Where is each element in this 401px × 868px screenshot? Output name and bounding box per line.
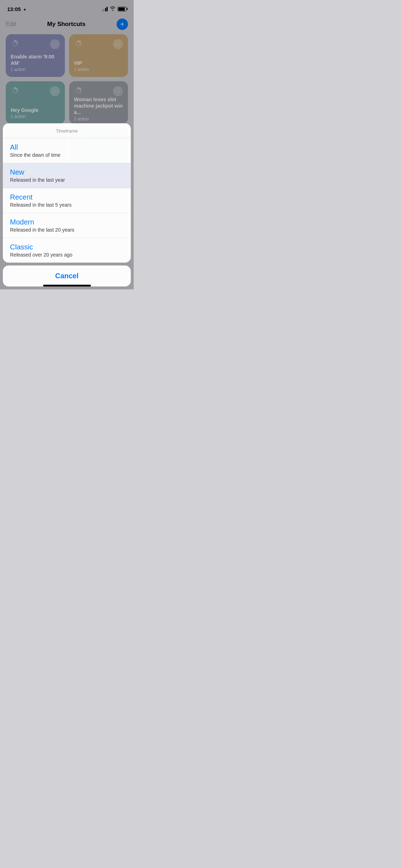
timeframe-action-sheet: Timeframe All Since the dawn of time New…: [3, 123, 131, 263]
action-item-classic[interactable]: Classic Released over 20 years ago: [3, 238, 131, 263]
action-item-modern[interactable]: Modern Released in the last 20 years: [3, 213, 131, 238]
action-item-desc-new: Released in the last year: [10, 177, 124, 183]
action-item-new[interactable]: New Released in the last year: [3, 163, 131, 188]
action-item-desc-classic: Released over 20 years ago: [10, 252, 124, 258]
action-item-label-recent: Recent: [10, 193, 124, 201]
action-item-label-classic: Classic: [10, 243, 124, 251]
home-indicator: [43, 285, 91, 286]
action-item-label-new: New: [10, 168, 124, 176]
action-item-label-modern: Modern: [10, 218, 124, 226]
action-item-desc-all: Since the dawn of time: [10, 152, 124, 158]
action-item-desc-modern: Released in the last 20 years: [10, 227, 124, 233]
action-item-desc-recent: Released in the last 5 years: [10, 202, 124, 208]
action-item-label-all: All: [10, 143, 124, 151]
cancel-button[interactable]: Cancel: [3, 265, 131, 286]
action-item-recent[interactable]: Recent Released in the last 5 years: [3, 188, 131, 213]
cancel-sheet: Cancel: [3, 265, 131, 286]
action-item-all[interactable]: All Since the dawn of time: [3, 138, 131, 163]
action-sheet-container: Timeframe All Since the dawn of time New…: [0, 123, 134, 289]
action-sheet-title: Timeframe: [3, 123, 131, 138]
